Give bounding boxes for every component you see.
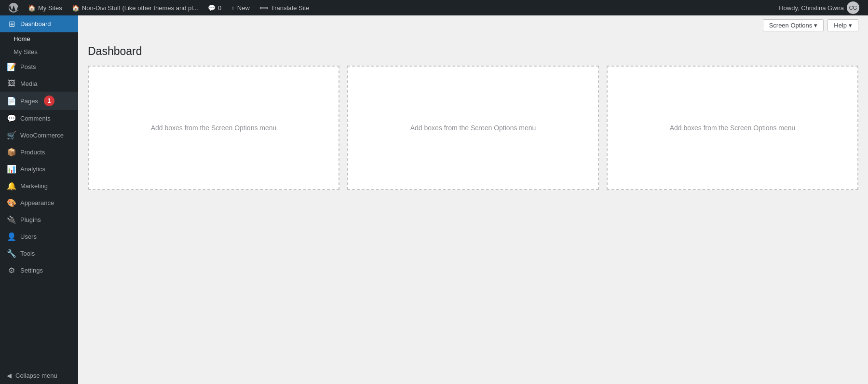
sidebar-tools-label: Tools [20, 250, 35, 257]
my-sites-button[interactable]: 🏠 My Sites [23, 0, 67, 15]
products-icon: 📦 [7, 148, 16, 157]
appearance-icon: 🎨 [7, 198, 16, 207]
avatar: CG [847, 1, 859, 14]
sidebar-marketing-label: Marketing [20, 182, 48, 190]
help-button[interactable]: Help ▾ [827, 19, 858, 31]
sidebar-dashboard-label: Dashboard [20, 20, 51, 27]
sidebar-item-media[interactable]: 🖼 Media [0, 75, 78, 92]
settings-icon: ⚙ [7, 266, 16, 275]
dashboard-content: Dashboard Add boxes from the Screen Opti… [78, 35, 868, 384]
dashboard-icon: ⊞ [7, 19, 16, 28]
sidebar-analytics-label: Analytics [20, 165, 45, 173]
marketing-icon: 🔔 [7, 181, 16, 191]
screen-options-label: Screen Options [769, 22, 813, 29]
sidebar-posts-label: Posts [20, 63, 36, 70]
users-icon: 👤 [7, 232, 16, 241]
topbar: Screen Options ▾ Help ▾ [78, 15, 868, 35]
site-name-label: Non-Divi Stuff (Like other themes and pl… [82, 4, 198, 12]
sidebar-item-marketing[interactable]: 🔔 Marketing [0, 178, 78, 194]
dashboard-box-2: Add boxes from the Screen Options menu [347, 66, 599, 190]
sidebar-item-comments[interactable]: 💬 Comments [0, 110, 78, 127]
sidebar-item-analytics[interactable]: 📊 Analytics [0, 161, 78, 178]
sidebar-users-label: Users [20, 233, 37, 240]
comments-count: 0 [218, 4, 221, 12]
plugins-icon: 🔌 [7, 215, 16, 224]
sidebar-item-users[interactable]: 👤 Users [0, 228, 78, 245]
translate-label: Translate Site [271, 4, 310, 12]
my-sites-sidebar-label: My Sites [14, 48, 38, 55]
my-sites-icon: 🏠 [28, 4, 36, 12]
my-sites-label: My Sites [38, 4, 62, 12]
pages-menu-container: 📄 Pages 1 All Pages 2 Add New [0, 92, 78, 110]
analytics-icon: 📊 [7, 165, 16, 174]
collapse-arrow-icon: ◀ [7, 372, 12, 379]
collapse-label: Collapse menu [15, 372, 57, 379]
new-label: New [237, 4, 250, 12]
sidebar-products-label: Products [20, 149, 45, 156]
woocommerce-icon: 🛒 [7, 131, 16, 140]
home-label: Home [14, 35, 30, 42]
sidebar-woocommerce-label: WooCommerce [20, 132, 64, 139]
sidebar-comments-label: Comments [20, 115, 51, 122]
sidebar-item-products[interactable]: 📦 Products [0, 144, 78, 161]
sidebar-item-woocommerce[interactable]: 🛒 WooCommerce [0, 127, 78, 144]
dashboard-box-3: Add boxes from the Screen Options menu [607, 66, 858, 190]
admin-user[interactable]: Howdy, Christina Gwira CG [774, 1, 864, 14]
tools-icon: 🔧 [7, 249, 16, 258]
comments-icon: 💬 [208, 4, 216, 12]
translate-icon: ⟺ [259, 4, 269, 12]
sidebar-pages-label: Pages [20, 97, 38, 105]
page-title: Dashboard [88, 45, 858, 58]
dashboard-boxes-row: Add boxes from the Screen Options menu A… [88, 66, 858, 190]
screen-options-chevron-icon: ▾ [814, 22, 817, 29]
box-3-text: Add boxes from the Screen Options menu [670, 124, 796, 132]
site-icon: 🏠 [72, 4, 80, 12]
main-content: Screen Options ▾ Help ▾ Dashboard Add bo… [78, 15, 868, 384]
sidebar-media-label: Media [20, 80, 37, 87]
new-button[interactable]: + New [226, 0, 255, 15]
box-2-text: Add boxes from the Screen Options menu [410, 124, 536, 132]
sidebar-item-tools[interactable]: 🔧 Tools [0, 245, 78, 262]
comments-sidebar-icon: 💬 [7, 114, 16, 123]
pages-badge: 1 [44, 96, 54, 106]
sidebar-item-dashboard[interactable]: ⊞ Dashboard [0, 15, 78, 32]
comments-button[interactable]: 💬 0 [203, 0, 226, 15]
sidebar: ⊞ Dashboard Home My Sites 📝 Posts 🖼 Medi… [0, 15, 78, 384]
media-icon: 🖼 [7, 79, 16, 88]
plus-icon: + [231, 4, 235, 12]
posts-icon: 📝 [7, 62, 16, 71]
sidebar-plugins-label: Plugins [20, 216, 41, 223]
sidebar-item-plugins[interactable]: 🔌 Plugins [0, 211, 78, 228]
help-chevron-icon: ▾ [849, 22, 852, 29]
sidebar-item-home[interactable]: Home [0, 32, 78, 45]
sidebar-item-settings[interactable]: ⚙ Settings [0, 262, 78, 279]
help-label: Help [834, 22, 847, 29]
sidebar-item-posts[interactable]: 📝 Posts [0, 58, 78, 75]
translate-button[interactable]: ⟺ Translate Site [255, 0, 314, 15]
sidebar-appearance-label: Appearance [20, 199, 54, 206]
sidebar-item-my-sites[interactable]: My Sites [0, 45, 78, 58]
dashboard-submenu: Home My Sites [0, 32, 78, 58]
sidebar-item-pages[interactable]: 📄 Pages 1 [0, 92, 78, 110]
user-greeting: Howdy, Christina Gwira [779, 4, 844, 12]
admin-bar: 🏠 My Sites 🏠 Non-Divi Stuff (Like other … [0, 0, 868, 15]
pages-icon: 📄 [7, 96, 16, 106]
collapse-menu-button[interactable]: ◀ Collapse menu [0, 367, 78, 384]
wp-logo-button[interactable] [4, 0, 23, 15]
sidebar-item-appearance[interactable]: 🎨 Appearance [0, 194, 78, 211]
dashboard-box-1: Add boxes from the Screen Options menu [88, 66, 339, 190]
screen-options-button[interactable]: Screen Options ▾ [763, 19, 824, 31]
box-1-text: Add boxes from the Screen Options menu [151, 124, 277, 132]
site-name-button[interactable]: 🏠 Non-Divi Stuff (Like other themes and … [67, 0, 203, 15]
sidebar-settings-label: Settings [20, 267, 43, 274]
